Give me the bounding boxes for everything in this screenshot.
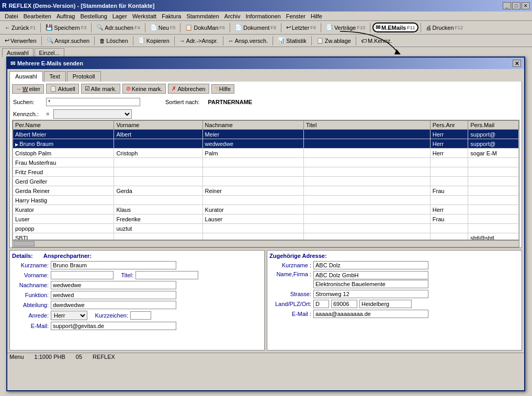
back-label: Zurück	[12, 25, 29, 31]
drucken-fkey: F12	[455, 25, 463, 30]
adr-suchen-button[interactable]: 🔍 Adr.suchen F4	[94, 23, 143, 32]
loeschen-label: Löschen	[106, 38, 128, 44]
memails-fkey: F11	[407, 25, 415, 30]
separator-4	[180, 23, 180, 32]
dokuman-fkey: F6	[220, 25, 225, 30]
menu-lager[interactable]: Lager	[110, 13, 130, 20]
back-fkey: F1	[30, 25, 36, 30]
app-title: REFLEX (Demo-Version) - [Stammdaten für …	[9, 3, 155, 9]
letzter-label: Letzter	[292, 25, 310, 31]
statistik-label: Statistik	[286, 38, 307, 44]
neu-label: Neu	[159, 25, 169, 31]
menu-archiv[interactable]: Archiv	[222, 13, 243, 20]
memails-button[interactable]: ✉ M.EMails F11	[372, 22, 418, 32]
statistik-button[interactable]: 📊 Statistik	[275, 36, 309, 45]
restore-button[interactable]: □	[512, 2, 520, 9]
dokuman-button[interactable]: 📋 DokuMan F6	[183, 23, 228, 32]
sep-t2-4	[174, 36, 175, 46]
back-button[interactable]: ← Zurück F1	[2, 24, 38, 32]
vertraege-icon: 📑	[326, 24, 333, 31]
secondary-toolbar: ↩ Verwerfen 🔍 Anspr.suchen 🗑 Löschen 📑 K…	[0, 35, 532, 47]
title-bar-left: R REFLEX (Demo-Version) - [Stammdaten fü…	[2, 2, 154, 9]
outer-tab-bar: Auswahl Einzel...	[0, 47, 532, 57]
menu-faktura[interactable]: Faktura	[159, 13, 184, 20]
title-bar-controls: _ □ ✕	[503, 2, 530, 9]
separator-5	[230, 23, 230, 32]
save-fkey: F3	[81, 25, 87, 30]
zw-ablage-icon: 📋	[316, 37, 324, 44]
neu-fkey: F5	[170, 25, 176, 30]
kopieren-button[interactable]: 📑 Kopieren	[135, 36, 172, 45]
dialog-mehrere-emails: ✉ Mehrere E-Mails senden ✕ Auswahl Text …	[6, 56, 525, 57]
adr-suchen-icon: 🔍	[96, 24, 104, 31]
verwerfen-button[interactable]: ↩ Verwerfen	[2, 36, 39, 45]
back-icon: ←	[5, 25, 10, 31]
menu-auftrag[interactable]: Auftrag	[54, 13, 77, 20]
menu-hilfe[interactable]: Hilfe	[308, 13, 325, 20]
letzter-fkey: F9	[310, 25, 316, 30]
vertraege-button[interactable]: 📑 Verträge F10	[323, 23, 368, 32]
close-button[interactable]: ✕	[522, 2, 530, 9]
menu-fenster[interactable]: Fenster	[284, 13, 308, 20]
menu-datei[interactable]: Datei	[2, 13, 21, 20]
drucken-button[interactable]: 🖨 Drucken F12	[423, 24, 466, 32]
letzter-button[interactable]: ↩ Letzter F9	[284, 23, 319, 32]
loeschen-button[interactable]: 🗑 Löschen	[97, 37, 131, 45]
outer-tab-auswahl[interactable]: Auswahl	[2, 48, 33, 57]
statistik-icon: 📊	[278, 37, 285, 44]
adr-anspr-button[interactable]: → Adr.->Anspr.	[177, 37, 221, 45]
minimize-button[interactable]: _	[503, 2, 511, 9]
ansp-versch-button[interactable]: ↔ Ansp.versch.	[225, 37, 271, 45]
menu-bearbeiten[interactable]: Bearbeiten	[21, 13, 54, 20]
separator-9	[421, 23, 421, 32]
verwerfen-icon: ↩	[5, 37, 9, 44]
save-icon: 💾	[46, 24, 53, 31]
drucken-label: Drucken	[433, 25, 454, 31]
menu-bestellung[interactable]: Bestellung	[77, 13, 109, 20]
anspr-suchen-label: Anspr.suchen	[55, 38, 90, 44]
separator-8	[370, 23, 370, 32]
sep-t2-3	[133, 36, 133, 46]
menu-werkstatt[interactable]: Werkstatt	[130, 13, 159, 20]
zw-ablage-button[interactable]: 📋 Zw.ablage	[314, 36, 354, 45]
neu-button[interactable]: 📄 Neu F5	[148, 23, 178, 32]
menu-informationen[interactable]: Informationen	[243, 13, 283, 20]
anspr-suchen-icon: 🔍	[47, 37, 54, 44]
memails-icon: ✉	[376, 24, 380, 31]
separator-2	[91, 23, 92, 32]
dokument-icon: 📄	[235, 24, 242, 31]
dokuman-icon: 📋	[185, 24, 193, 31]
anspr-suchen-button[interactable]: 🔍 Anspr.suchen	[44, 36, 93, 45]
adr-suchen-fkey: F4	[134, 25, 140, 30]
save-button[interactable]: 💾 Speichern F3	[43, 23, 89, 32]
dokument-button[interactable]: 📄 Dokument F8	[232, 23, 279, 32]
kopieren-label: Kopieren	[146, 38, 169, 44]
separator-1	[40, 23, 41, 32]
verwerfen-label: Verwerfen	[10, 38, 37, 44]
adr-anspr-icon: →	[179, 38, 185, 44]
menu-stammdaten[interactable]: Stammdaten	[184, 13, 221, 20]
outer-tab-einzel[interactable]: Einzel...	[35, 48, 64, 57]
mkennz-button[interactable]: 🏷 M.Kennz.	[358, 37, 394, 45]
title-bar: R REFLEX (Demo-Version) - [Stammdaten fü…	[0, 0, 532, 12]
sep-t2-6	[273, 36, 273, 46]
mkennz-label: M.Kennz.	[368, 38, 392, 44]
zw-ablage-label: Zw.ablage	[325, 38, 351, 44]
dokument-label: Dokument	[243, 25, 269, 31]
adr-suchen-label: Adr.suchen	[105, 25, 133, 31]
main-toolbar: ← Zurück F1 💾 Speichern F3 🔍 Adr.suchen …	[0, 21, 532, 35]
sep-t2-5	[223, 36, 223, 46]
separator-6	[281, 23, 281, 32]
letzter-icon: ↩	[286, 24, 291, 31]
vertraege-fkey: F10	[357, 25, 365, 30]
vertraege-label: Verträge	[334, 25, 356, 31]
dokuman-label: DokuMan	[194, 25, 218, 31]
save-label: Speichern	[54, 25, 80, 31]
sep-t2-7	[311, 36, 312, 46]
adr-anspr-label: Adr.->Anspr.	[186, 38, 218, 44]
sep-t2-1	[41, 36, 42, 46]
sep-t2-2	[94, 36, 95, 46]
drucken-icon: 🖨	[426, 25, 432, 31]
mkennz-icon: 🏷	[361, 38, 367, 44]
menu-bar: Datei Bearbeiten Auftrag Bestellung Lage…	[0, 12, 532, 21]
